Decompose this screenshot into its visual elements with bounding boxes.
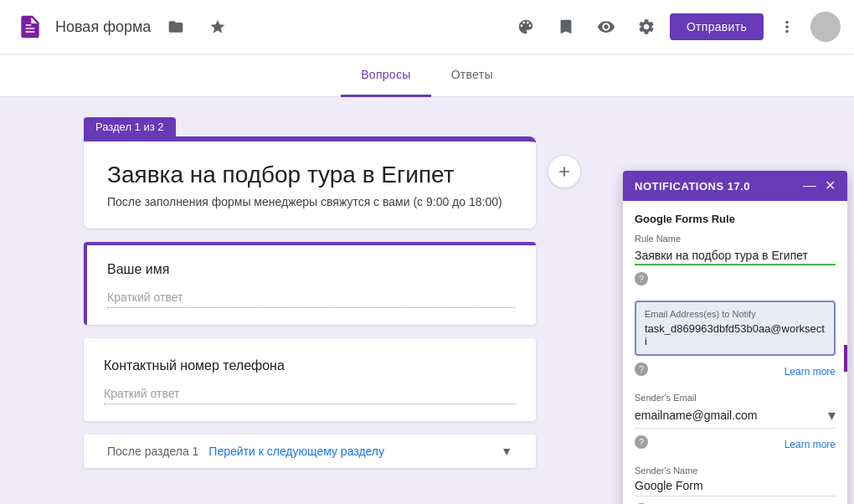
avatar[interactable] <box>810 12 841 42</box>
send-button[interactable]: Отправить <box>670 13 764 40</box>
question-card-2: Контактный номер телефона Краткий ответ <box>84 338 536 421</box>
side-handle[interactable] <box>844 345 847 372</box>
answer-placeholder-2: Краткий ответ <box>104 387 516 404</box>
email-help-row: ? Learn more <box>635 359 836 384</box>
notif-header-icons: — ✕ <box>803 179 836 193</box>
sender-email-arrow[interactable]: ▾ <box>828 406 836 424</box>
sender-name-label: Sender's Name <box>635 465 836 476</box>
question-label-2: Контактный номер телефона <box>104 358 516 373</box>
topbar-left: Новая форма <box>13 10 509 44</box>
learn-more-2[interactable]: Learn more <box>785 439 836 450</box>
add-section-button[interactable] <box>548 155 581 188</box>
question-card-1: Ваше имя Краткий ответ <box>84 242 536 325</box>
topbar-right: Отправить <box>509 10 841 44</box>
tabs-bar: Вопросы Ответы <box>0 54 854 97</box>
form-title: Заявка на подбор тура в Египет <box>107 162 512 188</box>
notif-section-title: Google Forms Rule <box>635 213 836 225</box>
notif-header: NOTIFICATIONS 17.0 — ✕ <box>623 171 847 201</box>
bookmark-icon-btn[interactable] <box>549 10 583 44</box>
app-icon <box>13 10 47 44</box>
star-icon-btn[interactable] <box>201 10 234 44</box>
rule-name-help-icon[interactable]: ? <box>635 272 648 285</box>
learn-more-1[interactable]: Learn more <box>785 366 836 378</box>
email-section: Email Address(es) to Notify task_d869963… <box>635 301 836 356</box>
email-value: task_d869963dbfd53b0aa@worksecti <box>645 322 826 347</box>
email-label: Email Address(es) to Notify <box>645 309 826 319</box>
tab-answers[interactable]: Ответы <box>431 54 513 97</box>
notif-minimize-icon[interactable]: — <box>803 179 816 193</box>
section-badge: Раздел 1 из 2 <box>84 117 176 136</box>
sender-email-value: emailname@gmail.com <box>635 409 828 422</box>
form-header-card: Заявка на подбор тура в Египет После зап… <box>84 136 536 229</box>
email-help-icon[interactable]: ? <box>635 363 648 376</box>
main-content: Раздел 1 из 2 Заявка на подбор тура в Ег… <box>0 97 854 488</box>
folder-icon-btn[interactable] <box>159 10 193 44</box>
topbar: Новая форма Отправить <box>0 0 854 54</box>
sender-name-value: Google Form <box>635 479 836 496</box>
rule-name-label: Rule Name <box>635 234 836 244</box>
preview-icon-btn[interactable] <box>589 10 623 44</box>
section-nav: После раздела 1 Перейти к следующему раз… <box>84 435 536 468</box>
answer-placeholder-1: Краткий ответ <box>107 291 516 308</box>
palette-icon-btn[interactable] <box>509 10 543 44</box>
section-nav-arrow: ▼ <box>501 445 512 458</box>
settings-icon-btn[interactable] <box>630 10 663 44</box>
sender-email-label: Sender's Email <box>635 393 836 403</box>
rule-name-input[interactable] <box>635 247 836 265</box>
notif-body: Google Forms Rule Rule Name ? Email Addr… <box>623 201 847 504</box>
sender-name-help-row: ? Learn more <box>635 500 836 504</box>
app-title: Новая форма <box>55 18 151 36</box>
sender-email-row: emailname@gmail.com ▾ <box>635 406 836 429</box>
question-label-1: Ваше имя <box>107 262 516 277</box>
notif-close-icon[interactable]: ✕ <box>825 179 836 193</box>
notifications-panel: NOTIFICATIONS 17.0 — ✕ Google Forms Rule… <box>623 171 847 504</box>
section-nav-prefix: После раздела 1 <box>107 445 198 458</box>
tab-questions[interactable]: Вопросы <box>341 54 430 97</box>
section-nav-link[interactable]: Перейти к следующему разделу <box>208 445 384 458</box>
more-options-button[interactable] <box>770 10 804 44</box>
form-subtitle: После заполнения формы менеджеры свяжутс… <box>107 195 512 208</box>
sender-email-help-row: ? Learn more <box>635 432 836 457</box>
notif-panel-title: NOTIFICATIONS 17.0 <box>635 180 750 193</box>
sender-email-help-icon[interactable]: ? <box>635 435 648 449</box>
